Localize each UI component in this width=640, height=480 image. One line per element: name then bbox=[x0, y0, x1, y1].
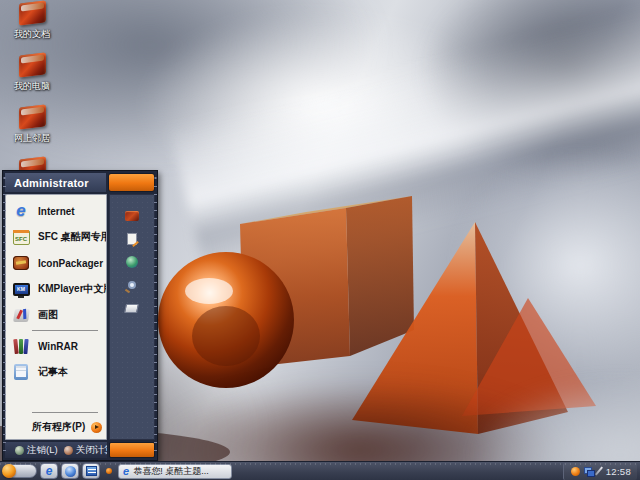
desktop-icon-my-documents[interactable]: 我的文档 bbox=[6, 2, 58, 41]
internet-explorer-icon: e bbox=[123, 466, 129, 477]
taskbar: e e 恭喜您! 桌酷主题... 12:58 bbox=[0, 461, 640, 480]
start-orb-icon bbox=[2, 464, 16, 478]
quick-launch-globe[interactable] bbox=[61, 463, 79, 479]
start-menu-user-banner: Administrator bbox=[5, 173, 106, 192]
internet-explorer-icon: e bbox=[46, 465, 53, 477]
internet-explorer-icon: e bbox=[11, 201, 31, 221]
network-status-icon[interactable] bbox=[584, 467, 594, 476]
task-button-label: 恭喜您! 桌酷主题... bbox=[133, 465, 209, 478]
iconpackager-icon bbox=[11, 253, 31, 273]
taskbar-clock[interactable]: 12:58 bbox=[606, 466, 631, 477]
menu-item-paint[interactable]: 画图 bbox=[6, 302, 106, 328]
menu-separator bbox=[32, 412, 98, 413]
desktop-icon-network-places[interactable]: 网上邻居 bbox=[6, 106, 58, 145]
desktop-icon-label: 我的文档 bbox=[14, 28, 50, 41]
desktop-icon-list: 我的文档 我的电脑 网上邻居 bbox=[6, 2, 58, 193]
all-programs-arrow-icon bbox=[91, 422, 102, 433]
paint-icon bbox=[11, 305, 31, 325]
start-menu: Administrator e Internet SFC SFC 桌酷网专用版 … bbox=[2, 170, 158, 461]
globe-icon bbox=[65, 466, 76, 477]
menu-frame-rivets bbox=[154, 175, 157, 456]
right-column-footer-bar bbox=[109, 442, 155, 458]
menu-item-notepad[interactable]: 记事本 bbox=[6, 359, 106, 385]
start-menu-footer: 注销(L) 关闭计算机 bbox=[5, 442, 107, 458]
shut-down-button[interactable]: 关闭计算机 bbox=[64, 444, 107, 457]
recent-documents-icon[interactable] bbox=[124, 232, 139, 246]
desktop-icon-label: 我的电脑 bbox=[14, 80, 50, 93]
menu-item-kmplayer[interactable]: KM KMPlayer中文版 bbox=[6, 276, 106, 302]
log-off-button[interactable]: 注销(L) bbox=[15, 444, 58, 457]
documents-folder-icon[interactable] bbox=[124, 209, 139, 223]
menu-empty-space bbox=[6, 385, 106, 410]
menu-frame-rivets bbox=[3, 175, 6, 456]
all-programs-button[interactable]: 所有程序(P) bbox=[6, 415, 106, 439]
network-globe-icon[interactable] bbox=[124, 255, 139, 269]
taskbar-grip-icon[interactable] bbox=[106, 468, 112, 474]
sfc-app-icon: SFC bbox=[11, 227, 31, 247]
log-off-icon bbox=[15, 446, 24, 455]
kmplayer-icon: KM bbox=[11, 279, 31, 299]
quick-launch-internet-explorer[interactable]: e bbox=[40, 463, 58, 479]
window-icon bbox=[86, 466, 97, 476]
orange-ball-tray-icon[interactable] bbox=[571, 467, 580, 476]
desktop-icon-label: 网上邻居 bbox=[14, 132, 50, 145]
quick-launch-window[interactable] bbox=[82, 463, 100, 479]
run-folder-icon[interactable] bbox=[124, 301, 139, 315]
right-column-header-bar bbox=[108, 173, 155, 192]
system-tray: 12:58 bbox=[563, 463, 637, 480]
menu-item-internet[interactable]: e Internet bbox=[6, 198, 106, 224]
notepad-icon bbox=[11, 362, 31, 382]
user-name: Administrator bbox=[14, 177, 89, 189]
desktop: 我的文档 我的电脑 网上邻居 Administrator e I bbox=[0, 0, 640, 480]
start-menu-program-list: e Internet SFC SFC 桌酷网专用版 IconPackager K… bbox=[5, 194, 107, 440]
shut-down-icon bbox=[64, 446, 73, 455]
input-pen-icon[interactable] bbox=[595, 467, 603, 476]
menu-item-winrar[interactable]: WinRAR bbox=[6, 333, 106, 359]
menu-item-iconpackager[interactable]: IconPackager bbox=[6, 250, 106, 276]
desktop-icon-my-computer[interactable]: 我的电脑 bbox=[6, 54, 58, 93]
task-button-zhuoku-theme[interactable]: e 恭喜您! 桌酷主题... bbox=[118, 464, 232, 479]
my-documents-icon bbox=[19, 0, 46, 25]
winrar-icon bbox=[11, 336, 31, 356]
network-places-icon bbox=[19, 104, 46, 129]
my-computer-icon bbox=[19, 52, 46, 77]
menu-separator bbox=[32, 330, 98, 331]
start-menu-right-column bbox=[109, 194, 155, 440]
menu-item-sfc[interactable]: SFC SFC 桌酷网专用版 bbox=[6, 224, 106, 250]
search-icon[interactable] bbox=[124, 278, 139, 292]
start-button[interactable] bbox=[3, 464, 37, 478]
